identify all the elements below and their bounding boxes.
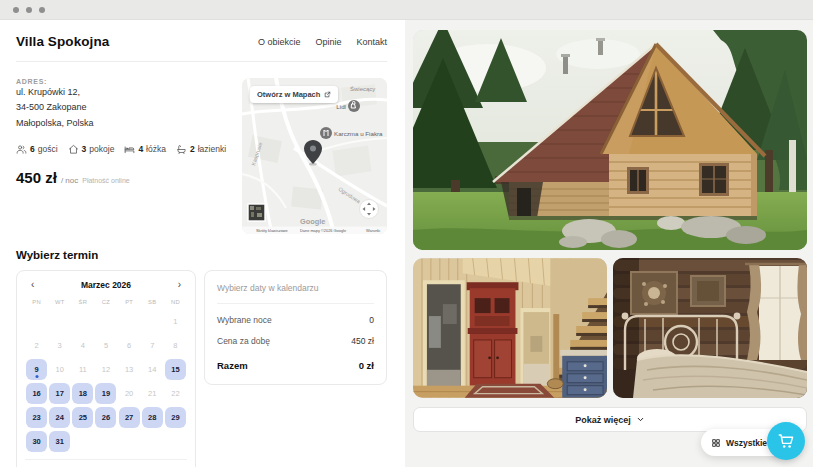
weekday-label: WT	[48, 299, 71, 305]
calendar-day-8: 8	[165, 335, 186, 356]
summary-rate-value: 450 zł	[351, 336, 374, 346]
cart-icon	[777, 432, 795, 450]
map-watermark: Google	[300, 217, 325, 226]
cart-button[interactable]	[767, 422, 805, 460]
amenity-beds: 4 łóżka	[124, 144, 166, 155]
calendar-day-2: 2	[26, 335, 47, 356]
map-attribution-terms[interactable]: Warunki	[366, 228, 380, 233]
calendar-cell-empty	[95, 311, 116, 332]
amenity-baths-label: łazienki	[198, 144, 226, 154]
calendar-day-12: 12	[95, 359, 116, 380]
calendar-day-28[interactable]: 28	[142, 407, 163, 428]
price-amount: 450 zł	[16, 169, 57, 186]
calendar-day-15[interactable]: 15	[165, 359, 186, 380]
booking-summary: Wybierz daty w kalendarzu Wybrane noce 0…	[204, 270, 387, 385]
summary-total-value: 0 zł	[359, 360, 374, 371]
amenity-guests-value: 6	[30, 144, 35, 154]
summary-rate-label: Cena za dobę	[217, 336, 270, 346]
window-control-dot	[26, 7, 32, 13]
summary-row-nights: Wybrane noce 0	[217, 315, 374, 325]
photo-interior-hallway[interactable]	[413, 258, 607, 398]
weekday-label: PN	[25, 299, 48, 305]
amenity-beds-label: łóżka	[146, 144, 166, 154]
calendar-day-22: 22	[165, 383, 186, 404]
map-poi-lidl-label: Lidl	[336, 103, 346, 110]
calendar-day-3: 3	[49, 335, 70, 356]
map-area-label: Świecący	[350, 85, 375, 92]
details-panel: Villa Spokojna O obiekcie Opinie Kontakt…	[0, 20, 405, 467]
calendar-day-11: 11	[72, 359, 93, 380]
address-city: 34-500 Zakopane	[16, 100, 228, 115]
calendar-weekdays: PN WT ŚR CZ PT SB ND	[25, 299, 187, 305]
calendar-cell-empty	[26, 311, 47, 332]
today-indicator	[35, 375, 38, 378]
bath-icon	[176, 144, 187, 155]
external-link-icon	[324, 91, 331, 98]
amenity-baths: 2 łazienki	[176, 144, 226, 155]
calendar-day-5: 5	[95, 335, 116, 356]
calendar-day-20: 20	[119, 383, 140, 404]
amenity-rooms-label: pokoje	[89, 144, 114, 154]
photo-bedroom[interactable]	[613, 258, 807, 398]
calendar-prev-button[interactable]: ‹	[28, 280, 37, 290]
booking-heading: Wybierz termin	[16, 249, 387, 261]
summary-nights-label: Wybrane noce	[217, 315, 272, 325]
map-thumbnail[interactable]	[248, 204, 265, 221]
calendar-grid: 1234567891011121314151617181920212223242…	[25, 311, 187, 452]
open-in-maps-button[interactable]: Otwórz w Mapach	[250, 86, 338, 103]
weekday-label: SB	[141, 299, 164, 305]
calendar-day-19[interactable]: 19	[95, 383, 116, 404]
calendar-day-14: 14	[142, 359, 163, 380]
calendar-day-26[interactable]: 26	[95, 407, 116, 428]
calendar-next-button[interactable]: ›	[175, 280, 184, 290]
photo-gallery: Pokaż więcej Wszystkie zdjęcia	[405, 20, 813, 467]
calendar-day-23[interactable]: 23	[26, 407, 47, 428]
calendar-cell-empty	[72, 311, 93, 332]
map-attribution-shortcuts[interactable]: Skróty klawiszowe	[256, 228, 288, 233]
calendar-day-1: 1	[165, 311, 186, 332]
address-label: ADRES:	[16, 78, 228, 85]
chevron-down-icon	[636, 415, 645, 424]
price-row: 450 zł / noc Płatność online	[16, 169, 228, 186]
price-payment-note: Płatność online	[82, 177, 129, 184]
calendar-day-24[interactable]: 24	[49, 407, 70, 428]
amenity-rooms-value: 3	[82, 144, 87, 154]
open-in-maps-label: Otwórz w Mapach	[257, 90, 320, 99]
photo-cabin-exterior[interactable]	[413, 30, 807, 250]
map[interactable]: Świecący Kasprusie Ogrodowa Lidl Karczma…	[242, 78, 387, 234]
address-region: Małopolska, Polska	[16, 116, 228, 131]
amenity-rooms: 3 pokoje	[68, 144, 115, 155]
summary-total-row: Razem 0 zł	[217, 360, 374, 371]
address-street: ul. Krupówki 12,	[16, 85, 228, 100]
calendar-cell-empty	[142, 311, 163, 332]
nav-link-about[interactable]: O obiekcie	[258, 37, 301, 47]
top-nav: O obiekcie Opinie Kontakt	[258, 37, 387, 47]
weekday-label: ŚR	[71, 299, 94, 305]
calendar-month-label: Marzec 2026	[81, 280, 131, 290]
page-title: Villa Spokojna	[16, 34, 109, 49]
amenity-beds-value: 4	[138, 144, 143, 154]
calendar: ‹ Marzec 2026 › PN WT ŚR CZ PT SB ND 123…	[16, 270, 196, 467]
map-attribution-data: Dane mapy ©2026 Google	[300, 228, 346, 233]
summary-nights-value: 0	[369, 315, 374, 325]
show-more-label: Pokaż więcej	[575, 415, 631, 425]
amenity-guests-label: gości	[38, 144, 58, 154]
map-pan-control[interactable]	[360, 200, 379, 219]
amenity-baths-value: 2	[190, 144, 195, 154]
calendar-cell-empty	[119, 311, 140, 332]
calendar-day-30[interactable]: 30	[26, 431, 47, 452]
calendar-day-29[interactable]: 29	[165, 407, 186, 428]
calendar-day-27[interactable]: 27	[119, 407, 140, 428]
calendar-day-13: 13	[119, 359, 140, 380]
calendar-day-16[interactable]: 16	[26, 383, 47, 404]
calendar-day-31[interactable]: 31	[49, 431, 70, 452]
house-icon	[68, 144, 79, 155]
calendar-day-6: 6	[119, 335, 140, 356]
calendar-day-18[interactable]: 18	[72, 383, 93, 404]
calendar-day-10: 10	[49, 359, 70, 380]
calendar-day-25[interactable]: 25	[72, 407, 93, 428]
nav-link-reviews[interactable]: Opinie	[315, 37, 341, 47]
calendar-day-9[interactable]: 9	[26, 359, 47, 380]
nav-link-contact[interactable]: Kontakt	[356, 37, 387, 47]
calendar-day-17[interactable]: 17	[49, 383, 70, 404]
